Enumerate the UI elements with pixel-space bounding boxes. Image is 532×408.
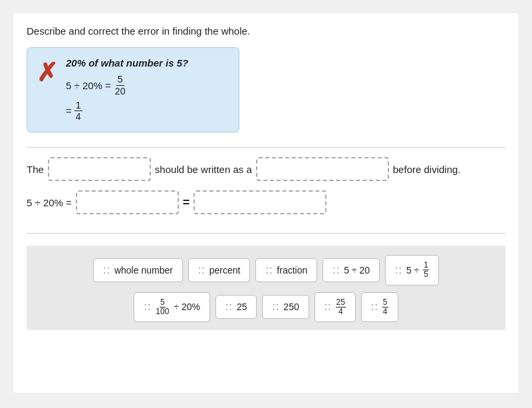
- fill-section: The should be written as a before dividi…: [27, 147, 505, 234]
- tile-label-whole-number: whole number: [114, 265, 173, 276]
- blank-3[interactable]: [76, 190, 179, 214]
- tile-5-div-text: 5 ÷: [406, 265, 419, 276]
- tile-label-percent: percent: [209, 265, 241, 276]
- tile-dots-2: ::: [198, 264, 205, 276]
- equation-text-2: =: [66, 105, 72, 116]
- instruction-text: Describe and correct the error in findin…: [27, 25, 505, 37]
- tile-frac-1-5: 1 5: [423, 261, 429, 279]
- tile-dots-6: ::: [144, 301, 151, 313]
- blank-4[interactable]: [194, 190, 327, 214]
- tile-frac-5-100: 5 100: [155, 298, 170, 316]
- tile-dots-7: ::: [225, 301, 233, 313]
- tiles-row-2: :: 5 100 ÷ 20% :: 25 :: 250 :: 25 4: [134, 292, 398, 322]
- problem-line2: = 1 4: [66, 100, 188, 123]
- red-x-icon: ✗: [37, 60, 58, 85]
- problem-title: 20% of what number is 5?: [66, 57, 188, 69]
- tile-whole-number[interactable]: :: whole number: [93, 258, 183, 282]
- tile-250[interactable]: :: 250: [262, 295, 309, 319]
- page: Describe and correct the error in findin…: [13, 13, 519, 393]
- tile-dots-10: ::: [371, 301, 378, 313]
- fraction-5-20: 5 20: [114, 74, 127, 97]
- tile-frac-5-100-den: 100: [155, 307, 170, 316]
- tiles-section: :: whole number :: percent :: fraction :…: [27, 246, 505, 330]
- tile-5-div-1over5[interactable]: :: 5 ÷ 1 5: [385, 255, 439, 285]
- should-be-label: should be written as a: [155, 164, 252, 175]
- blank-1[interactable]: [48, 157, 151, 181]
- problem-line1: 5 ÷ 20% = 5 20: [66, 74, 188, 97]
- fraction-denominator: 20: [114, 86, 127, 97]
- fraction-1-4: 1 4: [74, 100, 82, 123]
- tile-frac-5-4-den: 4: [382, 307, 388, 316]
- tile-frac-25-4-num: 25: [336, 298, 346, 307]
- tile-25over4[interactable]: :: 25 4: [315, 292, 356, 322]
- tile-5over100-div-20pct[interactable]: :: 5 100 ÷ 20%: [134, 292, 210, 322]
- tile-dots-1: ::: [103, 264, 110, 276]
- fraction-1-4-numerator: 1: [74, 100, 82, 112]
- tile-frac-25-4: 25 4: [336, 298, 346, 316]
- tile-dots-3: ::: [265, 264, 273, 276]
- tile-label-fraction: fraction: [277, 265, 307, 276]
- tile-frac-25-4-den: 4: [338, 307, 344, 316]
- the-label: The: [27, 164, 44, 175]
- tile-5over4[interactable]: :: 5 4: [361, 292, 398, 322]
- tiles-row-1: :: whole number :: percent :: fraction :…: [93, 255, 439, 285]
- sentence-row: The should be written as a before dividi…: [27, 157, 505, 181]
- error-box: ✗ 20% of what number is 5? 5 ÷ 20% = 5 2…: [27, 47, 239, 132]
- tile-label-250: 250: [283, 302, 299, 312]
- tile-frac-5-4: 5 4: [382, 298, 388, 316]
- problem-content: 20% of what number is 5? 5 ÷ 20% = 5 20 …: [66, 57, 188, 122]
- tile-dots-9: ::: [325, 301, 332, 313]
- tile-frac-5-4-num: 5: [382, 298, 388, 307]
- blank-2[interactable]: [256, 157, 389, 181]
- tile-25[interactable]: :: 25: [215, 295, 257, 319]
- tile-dots-4: ::: [332, 264, 340, 276]
- fraction-1-4-denominator: 4: [74, 111, 82, 122]
- tile-frac-5-100-num: 5: [160, 298, 166, 307]
- tile-label-25: 25: [237, 302, 247, 312]
- tile-frac-1-5-den: 5: [423, 270, 429, 279]
- equation-row: 5 ÷ 20% = =: [27, 190, 505, 214]
- tile-5-div-20[interactable]: :: 5 ÷ 20: [323, 258, 380, 282]
- tile-percent[interactable]: :: percent: [188, 258, 251, 282]
- fraction-numerator: 5: [116, 74, 124, 86]
- tile-dots-8: ::: [272, 301, 279, 313]
- tile-label-5-div-20: 5 ÷ 20: [344, 265, 370, 276]
- equation-text-1: 5 ÷ 20% =: [66, 80, 111, 91]
- equals-sign: =: [183, 196, 190, 210]
- tile-frac-1-5-num: 1: [423, 261, 429, 270]
- before-dividing-label: before dividing.: [393, 164, 461, 175]
- tile-dots-5: ::: [395, 264, 402, 276]
- tile-fraction[interactable]: :: fraction: [255, 258, 317, 282]
- tile-div-20pct-label: ÷ 20%: [174, 302, 200, 312]
- equation-label: 5 ÷ 20% =: [27, 197, 72, 208]
